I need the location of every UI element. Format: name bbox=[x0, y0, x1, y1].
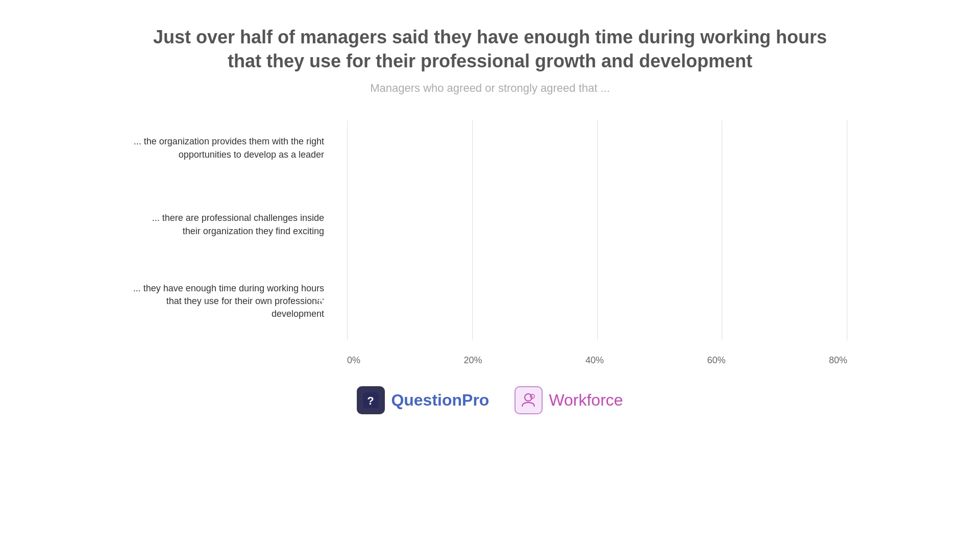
title-line1: Just over half of managers said they hav… bbox=[133, 26, 847, 49]
bar-wrapper-2: 65% bbox=[347, 197, 847, 253]
bar-label-2: ... there are professional challenges in… bbox=[133, 212, 332, 237]
logo-area: ? QuestionPro Workforce bbox=[133, 386, 847, 414]
x-axis: 0% 20% 40% 60% 80% bbox=[347, 355, 847, 366]
x-tick-20: 20% bbox=[463, 355, 482, 366]
bar-value-2: 65% bbox=[318, 218, 341, 232]
x-tick-60: 60% bbox=[707, 355, 725, 366]
chart-area: ... the organization provides them with … bbox=[133, 120, 847, 366]
x-tick-40: 40% bbox=[585, 355, 604, 366]
questionpro-icon: ? bbox=[357, 386, 385, 414]
bar-chart: ... the organization provides them with … bbox=[133, 120, 847, 366]
chart-subtitle: Managers who agreed or strongly agreed t… bbox=[133, 82, 847, 95]
x-tick-80: 80% bbox=[829, 355, 847, 366]
bar-label-1: ... the organization provides them with … bbox=[133, 135, 332, 161]
bar-row-2: ... there are professional challenges in… bbox=[347, 197, 847, 253]
logo-questionpro: ? QuestionPro bbox=[357, 386, 489, 414]
svg-text:?: ? bbox=[368, 394, 374, 407]
bar-label-3: ... they have enough time during working… bbox=[133, 282, 332, 321]
chart-title: Just over half of managers said they hav… bbox=[133, 26, 847, 73]
svg-point-3 bbox=[530, 394, 534, 398]
bar-row-1: ... the organization provides them with … bbox=[347, 120, 847, 177]
chart-container: Just over half of managers said they hav… bbox=[133, 0, 847, 414]
bar-row-3: ... they have enough time during working… bbox=[347, 273, 847, 330]
bar-value-3: 55% bbox=[318, 295, 341, 308]
bar-wrapper-1: 69% bbox=[347, 120, 847, 177]
logo-workforce: Workforce bbox=[514, 386, 623, 414]
questionpro-text: QuestionPro bbox=[391, 391, 489, 410]
workforce-icon bbox=[514, 386, 543, 414]
bar-wrapper-3: 55% bbox=[347, 273, 847, 330]
x-tick-0: 0% bbox=[347, 355, 360, 366]
title-line2: that they use for their professional gro… bbox=[133, 49, 847, 73]
bar-value-1: 69% bbox=[318, 142, 341, 155]
workforce-text: Workforce bbox=[549, 391, 623, 410]
